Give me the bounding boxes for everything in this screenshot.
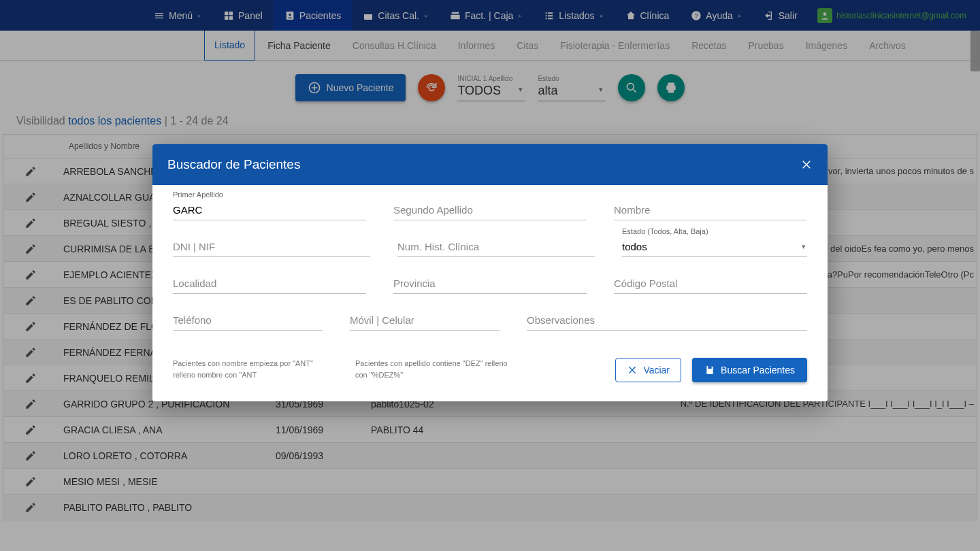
numhist-input[interactable] (397, 237, 595, 257)
estado-select[interactable] (622, 237, 807, 257)
primer-apellido-input[interactable] (173, 200, 366, 220)
close-icon (627, 365, 638, 375)
field-localidad: Localidad (173, 273, 366, 294)
nombre-input[interactable] (614, 200, 807, 220)
field-numhist: Num. Hist. Clínica (397, 237, 595, 257)
save-icon (704, 365, 715, 375)
clear-button[interactable]: Vaciar (615, 358, 681, 382)
dialog-footer: Pacientes con nombre empieza por "ANT" r… (152, 354, 828, 401)
field-cp: Código Postal (614, 273, 807, 294)
dialog-body: Primer Apellido Segundo Apellido Nombre … (152, 185, 828, 354)
provincia-input[interactable] (393, 273, 587, 294)
observaciones-input[interactable] (527, 310, 807, 331)
search-patients-button[interactable]: Buscar Pacientes (692, 358, 807, 382)
button-label: Buscar Pacientes (721, 365, 795, 375)
modal-overlay: Buscador de Pacientes Primer Apellido Se… (0, 0, 980, 551)
field-label: Primer Apellido (173, 190, 223, 199)
field-dni: DNI | NIF (173, 237, 370, 257)
cp-input[interactable] (614, 273, 807, 294)
field-telefono: Teléfono (173, 310, 323, 331)
close-button[interactable] (800, 158, 813, 171)
field-primer-apellido: Primer Apellido (173, 200, 366, 220)
movil-input[interactable] (350, 310, 500, 331)
dialog-title: Buscador de Pacientes (167, 157, 300, 172)
localidad-input[interactable] (173, 273, 366, 294)
field-movil: Móvil | Celular (350, 310, 500, 331)
field-label: Estado (Todos, Alta, Baja) (622, 227, 708, 235)
hint-text-1: Pacientes con nombre empieza por "ANT" r… (173, 358, 336, 380)
button-label: Vaciar (643, 365, 670, 375)
close-icon (800, 158, 813, 171)
field-observaciones: Observaciones (527, 310, 807, 331)
dialog-actions: Vaciar Buscar Pacientes (615, 358, 807, 382)
dialog-header: Buscador de Pacientes (152, 144, 828, 185)
dni-input[interactable] (173, 237, 370, 257)
field-provincia: Provincia (393, 273, 587, 294)
search-patients-dialog: Buscador de Pacientes Primer Apellido Se… (152, 144, 828, 401)
field-segundo-apellido: Segundo Apellido (393, 200, 587, 220)
field-nombre: Nombre (614, 200, 807, 220)
telefono-input[interactable] (173, 310, 323, 331)
field-estado[interactable]: Estado (Todos, Alta, Baja) (622, 237, 807, 257)
segundo-apellido-input[interactable] (393, 200, 587, 220)
hint-text-2: Pacientes con apellido contiene "DEZ" re… (355, 358, 519, 380)
